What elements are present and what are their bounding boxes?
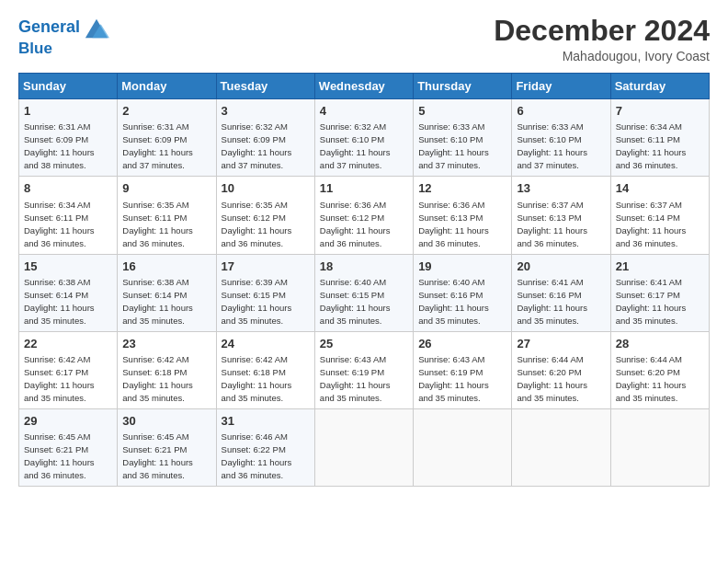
day-info: Sunrise: 6:42 AMSunset: 6:18 PMDaylight:… [222, 354, 292, 403]
calendar-week-row: 22 Sunrise: 6:42 AMSunset: 6:17 PMDaylig… [19, 331, 710, 408]
day-info: Sunrise: 6:45 AMSunset: 6:21 PMDaylight:… [122, 431, 193, 480]
calendar-weekday-sunday: Sunday [19, 74, 118, 99]
day-number: 28 [616, 336, 704, 352]
day-number: 26 [418, 336, 506, 352]
day-number: 19 [418, 259, 506, 275]
calendar-week-row: 29 Sunrise: 6:45 AMSunset: 6:21 PMDaylig… [19, 408, 710, 486]
day-info: Sunrise: 6:46 AMSunset: 6:22 PMDaylight:… [222, 431, 292, 480]
day-number: 22 [24, 336, 112, 352]
calendar-cell: 8 Sunrise: 6:34 AMSunset: 6:11 PMDayligh… [19, 177, 118, 254]
calendar-weekday-saturday: Saturday [610, 74, 709, 99]
calendar-weekday-tuesday: Tuesday [216, 74, 314, 99]
calendar-cell: 15 Sunrise: 6:38 AMSunset: 6:14 PMDaylig… [19, 254, 118, 331]
day-number: 4 [320, 103, 408, 120]
day-info: Sunrise: 6:31 AMSunset: 6:09 PMDaylight:… [24, 121, 95, 170]
day-info: Sunrise: 6:40 AMSunset: 6:15 PMDaylight:… [320, 277, 391, 326]
day-number: 10 [222, 180, 310, 197]
calendar-cell: 7 Sunrise: 6:34 AMSunset: 6:11 PMDayligh… [610, 99, 709, 177]
calendar-cell: 12 Sunrise: 6:36 AMSunset: 6:13 PMDaylig… [414, 177, 512, 254]
day-info: Sunrise: 6:43 AMSunset: 6:19 PMDaylight:… [418, 354, 489, 403]
day-info: Sunrise: 6:42 AMSunset: 6:18 PMDaylight:… [122, 354, 193, 403]
calendar-cell: 19 Sunrise: 6:40 AMSunset: 6:16 PMDaylig… [414, 254, 512, 331]
day-number: 15 [24, 259, 112, 275]
calendar-weekday-thursday: Thursday [414, 74, 512, 99]
logo: General Blue [18, 15, 109, 58]
day-info: Sunrise: 6:36 AMSunset: 6:13 PMDaylight:… [418, 200, 489, 248]
day-number: 7 [616, 103, 704, 120]
day-info: Sunrise: 6:45 AMSunset: 6:21 PMDaylight:… [24, 431, 95, 480]
day-info: Sunrise: 6:43 AMSunset: 6:19 PMDaylight:… [320, 354, 391, 403]
calendar-cell: 22 Sunrise: 6:42 AMSunset: 6:17 PMDaylig… [19, 331, 118, 408]
calendar-cell: 18 Sunrise: 6:40 AMSunset: 6:15 PMDaylig… [314, 254, 413, 331]
calendar-cell: 3 Sunrise: 6:32 AMSunset: 6:09 PMDayligh… [216, 99, 314, 177]
logo-text: General [18, 18, 80, 37]
calendar-cell: 2 Sunrise: 6:31 AMSunset: 6:09 PMDayligh… [118, 99, 216, 177]
calendar-cell: 1 Sunrise: 6:31 AMSunset: 6:09 PMDayligh… [19, 99, 118, 177]
day-info: Sunrise: 6:41 AMSunset: 6:16 PMDaylight:… [517, 277, 587, 326]
day-number: 16 [122, 259, 210, 275]
calendar-cell [414, 408, 512, 486]
day-number: 18 [320, 259, 408, 275]
calendar-cell: 13 Sunrise: 6:37 AMSunset: 6:13 PMDaylig… [512, 177, 610, 254]
day-info: Sunrise: 6:34 AMSunset: 6:11 PMDaylight:… [616, 121, 687, 170]
day-info: Sunrise: 6:35 AMSunset: 6:12 PMDaylight:… [222, 200, 292, 248]
calendar-cell: 20 Sunrise: 6:41 AMSunset: 6:16 PMDaylig… [512, 254, 610, 331]
day-info: Sunrise: 6:32 AMSunset: 6:09 PMDaylight:… [222, 121, 292, 170]
logo-icon [84, 15, 109, 40]
calendar-cell: 14 Sunrise: 6:37 AMSunset: 6:14 PMDaylig… [610, 177, 709, 254]
calendar-cell [610, 408, 709, 486]
calendar-cell: 21 Sunrise: 6:41 AMSunset: 6:17 PMDaylig… [610, 254, 709, 331]
day-number: 24 [222, 336, 310, 352]
day-number: 30 [122, 413, 210, 430]
calendar-cell: 16 Sunrise: 6:38 AMSunset: 6:14 PMDaylig… [118, 254, 216, 331]
calendar-cell: 28 Sunrise: 6:44 AMSunset: 6:20 PMDaylig… [610, 331, 709, 408]
day-info: Sunrise: 6:44 AMSunset: 6:20 PMDaylight:… [616, 354, 687, 403]
title-block: December 2024 Mahadougou, Ivory Coast [494, 15, 710, 63]
day-info: Sunrise: 6:40 AMSunset: 6:16 PMDaylight:… [418, 277, 489, 326]
day-number: 11 [320, 180, 408, 197]
calendar-header-row: SundayMondayTuesdayWednesdayThursdayFrid… [19, 74, 710, 99]
day-number: 20 [517, 259, 605, 275]
logo-blue-text: Blue [18, 40, 109, 58]
day-number: 9 [122, 180, 210, 197]
calendar-week-row: 8 Sunrise: 6:34 AMSunset: 6:11 PMDayligh… [19, 177, 710, 254]
day-info: Sunrise: 6:38 AMSunset: 6:14 PMDaylight:… [24, 277, 95, 326]
calendar-cell: 4 Sunrise: 6:32 AMSunset: 6:10 PMDayligh… [314, 99, 413, 177]
calendar-weekday-friday: Friday [512, 74, 610, 99]
day-number: 12 [418, 180, 506, 197]
page: General Blue December 2024 Mahadougou, I… [0, 0, 728, 563]
day-number: 6 [517, 103, 605, 120]
day-number: 3 [222, 103, 310, 120]
day-number: 21 [616, 259, 704, 275]
day-number: 5 [418, 103, 506, 120]
calendar-cell: 27 Sunrise: 6:44 AMSunset: 6:20 PMDaylig… [512, 331, 610, 408]
calendar-cell: 5 Sunrise: 6:33 AMSunset: 6:10 PMDayligh… [414, 99, 512, 177]
day-number: 14 [616, 180, 704, 197]
day-info: Sunrise: 6:42 AMSunset: 6:17 PMDaylight:… [24, 354, 95, 403]
day-number: 17 [222, 259, 310, 275]
calendar-cell: 6 Sunrise: 6:33 AMSunset: 6:10 PMDayligh… [512, 99, 610, 177]
header: General Blue December 2024 Mahadougou, I… [18, 15, 710, 63]
day-number: 2 [122, 103, 210, 120]
calendar-week-row: 1 Sunrise: 6:31 AMSunset: 6:09 PMDayligh… [19, 99, 710, 177]
calendar-cell: 25 Sunrise: 6:43 AMSunset: 6:19 PMDaylig… [314, 331, 413, 408]
location: Mahadougou, Ivory Coast [494, 49, 710, 63]
calendar-weekday-monday: Monday [118, 74, 216, 99]
calendar-cell: 9 Sunrise: 6:35 AMSunset: 6:11 PMDayligh… [118, 177, 216, 254]
day-number: 27 [517, 336, 605, 352]
day-info: Sunrise: 6:31 AMSunset: 6:09 PMDaylight:… [122, 121, 193, 170]
day-info: Sunrise: 6:38 AMSunset: 6:14 PMDaylight:… [122, 277, 193, 326]
calendar-cell: 10 Sunrise: 6:35 AMSunset: 6:12 PMDaylig… [216, 177, 314, 254]
day-info: Sunrise: 6:39 AMSunset: 6:15 PMDaylight:… [222, 277, 292, 326]
day-info: Sunrise: 6:33 AMSunset: 6:10 PMDaylight:… [517, 121, 587, 170]
calendar-week-row: 15 Sunrise: 6:38 AMSunset: 6:14 PMDaylig… [19, 254, 710, 331]
day-info: Sunrise: 6:41 AMSunset: 6:17 PMDaylight:… [616, 277, 687, 326]
month-year: December 2024 [494, 15, 710, 47]
day-number: 23 [122, 336, 210, 352]
day-info: Sunrise: 6:33 AMSunset: 6:10 PMDaylight:… [418, 121, 489, 170]
calendar-cell [314, 408, 413, 486]
calendar-cell: 23 Sunrise: 6:42 AMSunset: 6:18 PMDaylig… [118, 331, 216, 408]
calendar-cell: 29 Sunrise: 6:45 AMSunset: 6:21 PMDaylig… [19, 408, 118, 486]
calendar-cell: 30 Sunrise: 6:45 AMSunset: 6:21 PMDaylig… [118, 408, 216, 486]
day-number: 13 [517, 180, 605, 197]
